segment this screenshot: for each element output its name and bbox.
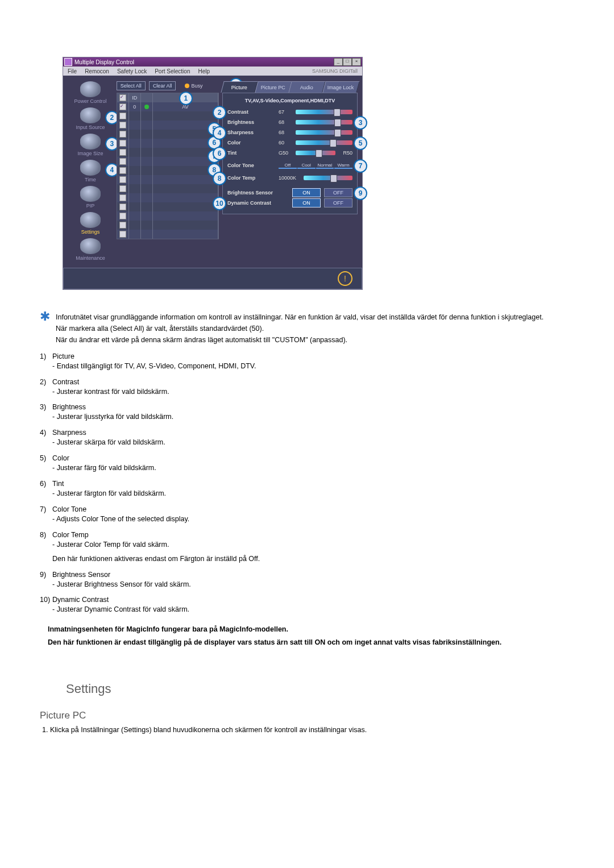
color-slider[interactable] bbox=[296, 140, 352, 145]
doc-item: 9)Brightness Sensor- Justerar Brightness… bbox=[40, 571, 574, 589]
row-checkbox[interactable] bbox=[119, 194, 126, 201]
minimize-button[interactable]: _ bbox=[334, 58, 343, 66]
table-row[interactable] bbox=[117, 139, 218, 148]
doc-item: 4)Sharpness- Justerar skärpa för vald bi… bbox=[40, 429, 574, 447]
menu-remocon[interactable]: Remocon bbox=[85, 68, 109, 74]
row-checkbox[interactable] bbox=[119, 185, 126, 192]
table-row[interactable] bbox=[117, 221, 218, 230]
sidebar-item-power[interactable]: Power Control bbox=[70, 81, 111, 104]
table-row[interactable] bbox=[117, 175, 218, 184]
row-checkbox[interactable] bbox=[119, 113, 126, 119]
maximize-button[interactable]: □ bbox=[343, 58, 352, 66]
note-line: När du ändrar ett värde på denna skärm ä… bbox=[56, 335, 544, 345]
bold-note: Inmatningsenheten för MagicInfo fungerar… bbox=[48, 625, 574, 634]
status-bar: ! bbox=[63, 268, 362, 289]
tab-picturepc[interactable]: Picture PC bbox=[255, 81, 292, 93]
row-checkbox[interactable] bbox=[119, 213, 126, 219]
color-label: Color bbox=[227, 140, 276, 146]
table-row[interactable] bbox=[117, 230, 218, 239]
table-row[interactable] bbox=[117, 130, 218, 139]
callout-icon: 9 bbox=[354, 186, 367, 200]
menu-portselection[interactable]: Port Selection bbox=[155, 68, 190, 74]
row-checkbox[interactable] bbox=[119, 103, 126, 110]
doc-item: 7)Color Tone- Adjusts Color Tone of the … bbox=[40, 505, 574, 524]
sidebar-item-settings[interactable]: Settings bbox=[70, 212, 111, 235]
doc-item: 3)Brightness- Justerar ljusstyrka för va… bbox=[40, 403, 574, 422]
brightness-slider[interactable] bbox=[296, 120, 352, 124]
tint-slider[interactable] bbox=[296, 151, 335, 155]
sidebar-item-imagesize[interactable]: Image Size3 bbox=[70, 134, 111, 156]
menu-help[interactable]: Help bbox=[198, 68, 210, 74]
sharpness-slider[interactable] bbox=[296, 130, 352, 135]
table-row[interactable] bbox=[117, 121, 218, 130]
row-checkbox[interactable] bbox=[119, 176, 126, 183]
note-line: Inforutnätet visar grundläggande informa… bbox=[56, 313, 544, 322]
sidebar: Power Control Input Source2 Image Size3 … bbox=[68, 81, 113, 261]
step-item: Klicka på Inställningar (Settings) bland… bbox=[50, 726, 574, 734]
table-row[interactable]: 0 AV bbox=[117, 102, 218, 111]
bsensor-off-button[interactable]: OFF bbox=[324, 188, 352, 197]
table-row[interactable] bbox=[117, 148, 218, 157]
row-checkbox[interactable] bbox=[119, 131, 126, 138]
table-row[interactable] bbox=[117, 211, 218, 221]
menu-file[interactable]: File bbox=[68, 68, 77, 74]
colortemp-label: Color Temp bbox=[227, 175, 276, 181]
bold-note: Den här funktionen är endast tillgänglig… bbox=[48, 638, 574, 647]
table-row[interactable] bbox=[117, 111, 218, 121]
row-checkbox[interactable] bbox=[119, 203, 126, 210]
callout-icon: 7 bbox=[354, 159, 367, 173]
doc-item: 5)Color- Justerar färg för vald bildskär… bbox=[40, 454, 574, 473]
row-checkbox[interactable] bbox=[119, 122, 126, 128]
colortone-select[interactable]: OffCoolNormalWarm bbox=[279, 163, 352, 169]
app-icon bbox=[64, 58, 72, 66]
center-pane: Select All Clear All Busy ID Input bbox=[117, 81, 219, 261]
doc-section: ✱ Inforutnätet visar grundläggande infor… bbox=[40, 313, 574, 734]
sidebar-item-maintenance[interactable]: Maintenance bbox=[70, 238, 111, 261]
bsensor-on-button[interactable]: ON bbox=[292, 188, 321, 197]
select-all-button[interactable]: Select All bbox=[117, 81, 146, 90]
table-row[interactable] bbox=[117, 166, 218, 175]
clear-all-button[interactable]: Clear All bbox=[149, 81, 176, 90]
row-checkbox[interactable] bbox=[119, 222, 126, 229]
checkbox-icon[interactable] bbox=[119, 94, 126, 101]
row-checkbox[interactable] bbox=[119, 158, 126, 165]
table-row[interactable] bbox=[117, 184, 218, 193]
maintenance-icon bbox=[80, 238, 101, 254]
busy-dot-icon bbox=[185, 84, 189, 88]
note-line: När markera alla (Select All) är valt, å… bbox=[56, 324, 544, 334]
contrast-slider[interactable] bbox=[296, 110, 352, 114]
tab-picture[interactable]: Picture bbox=[221, 81, 258, 93]
table-row[interactable] bbox=[117, 202, 218, 211]
menubar: File Remocon Safety Lock Port Selection … bbox=[63, 67, 362, 76]
row-checkbox[interactable] bbox=[119, 140, 126, 147]
table-row[interactable] bbox=[117, 193, 218, 202]
doc-item: 2)Contrast- Justerar kontrast för vald b… bbox=[40, 378, 574, 397]
warning-icon: ! bbox=[338, 271, 352, 286]
menu-safetylock[interactable]: Safety Lock bbox=[117, 68, 147, 74]
star-icon: ✱ bbox=[40, 313, 50, 347]
contrast-label: Contrast bbox=[227, 109, 276, 115]
colortemp-slider[interactable] bbox=[304, 176, 352, 180]
input-icon bbox=[80, 107, 101, 123]
row-checkbox[interactable] bbox=[119, 149, 126, 156]
sidebar-item-input[interactable]: Input Source2 bbox=[70, 107, 111, 130]
tab-audio[interactable]: Audio bbox=[288, 81, 325, 93]
tab-imagelock[interactable]: Image Lock bbox=[322, 81, 359, 93]
doc-item: 6)Tint- Justerar färgton för vald bildsk… bbox=[40, 480, 574, 499]
sidebar-item-pip[interactable]: PIP bbox=[70, 186, 111, 209]
titlebar: Multiple Display Control _ □ × bbox=[63, 57, 362, 67]
row-checkbox[interactable] bbox=[119, 231, 126, 238]
row-checkbox[interactable] bbox=[119, 167, 126, 174]
dcontrast-on-button[interactable]: ON bbox=[292, 198, 321, 207]
display-grid: ID Input 0 AV bbox=[117, 93, 219, 239]
col-check[interactable] bbox=[117, 93, 129, 102]
app-window: Multiple Display Control _ □ × File Remo… bbox=[63, 57, 363, 290]
table-row[interactable] bbox=[117, 157, 218, 166]
close-button[interactable]: × bbox=[352, 58, 361, 66]
sidebar-item-time[interactable]: Time4 bbox=[70, 160, 111, 182]
bsensor-label: Brightness Sensor bbox=[227, 190, 290, 196]
window-title: Multiple Display Control bbox=[74, 59, 134, 65]
brand-label: SAMSUNG DIGITall bbox=[312, 68, 358, 74]
dcontrast-off-button[interactable]: OFF bbox=[324, 198, 352, 207]
settings-panel: 1 Picture Picture PC Audio Image Lock TV… bbox=[222, 81, 358, 261]
